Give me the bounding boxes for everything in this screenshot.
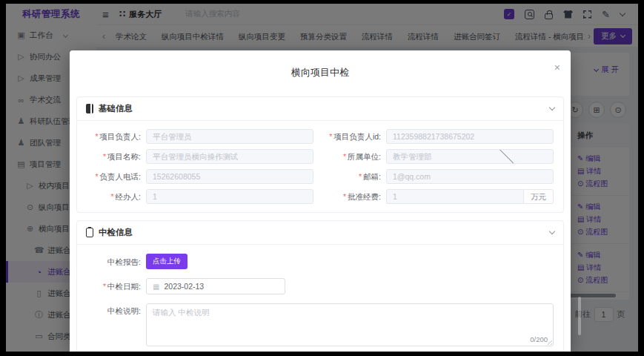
input-项目负责人[interactable]: 平台管理员 [146, 129, 313, 144]
basic-info-card: 基础信息 *项目负责人:平台管理员*项目负责人id:11235988217386… [76, 96, 564, 213]
input-所属单位[interactable]: 教学管理部 [386, 149, 554, 164]
field-项目名称: *项目名称:平台管理员横向操作测试 [87, 149, 313, 164]
collapse-chevron-icon[interactable] [549, 105, 555, 111]
dialog-title: 横向项目中检 [291, 67, 349, 78]
input-负责人电话[interactable]: 15262608055 [146, 169, 313, 184]
dialog-body: 基础信息 *项目负责人:平台管理员*项目负责人id:11235988217386… [70, 79, 571, 352]
section-title: 中检信息 [99, 227, 545, 238]
calendar-icon: ▦ [153, 283, 159, 291]
field-项目负责人id: *项目负责人id:1123598821738675202 [327, 129, 554, 144]
field-label: *经办人: [87, 189, 146, 204]
field-label: 中检报告: [87, 254, 146, 269]
inspect-date-input[interactable]: ▦ 2023-02-13 [146, 278, 285, 294]
field-label: *邮箱: [327, 169, 386, 184]
char-counter: 0/200 [530, 335, 548, 343]
field-项目负责人: *项目负责人:平台管理员 [87, 129, 313, 144]
input-经办人[interactable]: 1 [146, 189, 313, 204]
dialog-inspection: 横向项目中检 × 基础信息 *项目负责人:平台管理员*项目负责人id:11235… [70, 50, 571, 352]
field-经办人: *经办人:1 [87, 189, 313, 204]
basic-info-section-header[interactable]: 基础信息 [77, 97, 563, 121]
field-label: *项目负责人id: [327, 129, 386, 144]
inspect-info-card: 中检信息 中检报告: 点击上传 *中检日期: ▦ 2023-02-13 [76, 220, 564, 352]
inspect-note-textarea[interactable]: 请输入 中检说明 0/200 [146, 303, 554, 346]
collapse-chevron-icon[interactable] [549, 228, 555, 234]
input-项目负责人id[interactable]: 1123598821738675202 [386, 129, 554, 144]
field-label: *所属单位: [327, 149, 386, 164]
field-label: *负责人电话: [87, 169, 146, 184]
input-批准经费[interactable]: 1万元 [386, 189, 554, 204]
chevron-down-icon [479, 149, 537, 164]
date-value: 2023-02-13 [164, 282, 204, 291]
field-inspect-date: *中检日期: ▦ 2023-02-13 [87, 278, 554, 294]
dialog-header: 横向项目中检 × [70, 50, 571, 79]
input-项目名称[interactable]: 平台管理员横向操作测试 [146, 149, 313, 164]
dialog-close-icon[interactable]: × [554, 62, 560, 73]
modal-scrollbar[interactable] [578, 297, 581, 335]
field-邮箱: *邮箱:1@qq.com [327, 169, 554, 184]
section-title: 基础信息 [99, 103, 545, 114]
field-所属单位: *所属单位:教学管理部 [327, 149, 554, 164]
upload-button[interactable]: 点击上传 [146, 254, 187, 269]
clipboard-icon [86, 228, 93, 237]
field-label: *项目名称: [87, 149, 146, 164]
field-label: *批准经费: [327, 189, 386, 204]
unit-suffix: 万元 [523, 189, 554, 204]
field-负责人电话: *负责人电话:15262608055 [87, 169, 313, 184]
field-inspect-note: 中检说明: 请输入 中检说明 0/200 [87, 303, 554, 346]
app-window: 科研管理系统 ≡ ∷ 服务大厅 请输入搜索内容 ✓ ✎ ▣工作台▷协同办公▷成果… [6, 4, 638, 352]
field-inspect-report: 中检报告: 点击上传 [87, 254, 554, 269]
field-label: 中检说明: [87, 303, 146, 318]
textarea-placeholder: 请输入 中检说明 [153, 308, 209, 317]
field-label: *项目负责人: [87, 129, 146, 144]
field-批准经费: *批准经费:1万元 [327, 189, 554, 204]
inspect-info-section-header[interactable]: 中检信息 [77, 221, 563, 245]
input-邮箱[interactable]: 1@qq.com [386, 169, 554, 184]
notebook-icon [86, 104, 93, 113]
field-label: *中检日期: [87, 279, 146, 294]
